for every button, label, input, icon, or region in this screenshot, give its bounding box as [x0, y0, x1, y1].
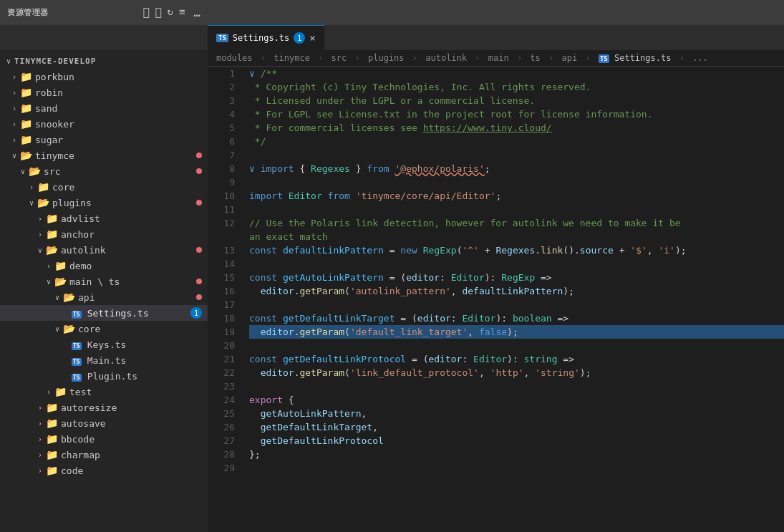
explorer-title: 资源管理器 [7, 7, 49, 18]
code-line: ∨ /** [249, 67, 784, 80]
folder-icon: 📁 [20, 118, 32, 130]
tree-keys-ts[interactable]: › TS Keys.ts [0, 337, 208, 352]
tree-main-ts[interactable]: ∨ 📂 main \ ts [0, 274, 208, 289]
tree-robin[interactable]: › 📁 robin [0, 84, 208, 100]
ts-file-icon: TS [72, 339, 82, 350]
code-line [249, 379, 784, 393]
breadcrumb: modules › tinymce › src › plugins › auto… [208, 50, 784, 67]
folder-main-icon: 📂 [54, 276, 67, 287]
modified-badge [196, 294, 202, 300]
folder-icon: 📁 [46, 433, 58, 445]
tree-core[interactable]: › 📁 core [0, 179, 208, 195]
code-line: }; [249, 448, 784, 461]
tree-autolink[interactable]: ∨ 📂 autolink [0, 242, 208, 258]
ts-file-icon: TS [72, 354, 82, 366]
folder-icon: 📁 [20, 102, 32, 114]
code-line [249, 175, 784, 189]
tree-charmap[interactable]: › 📁 charmap [0, 447, 208, 463]
tree-main-ts-file[interactable]: › TS Main.ts [0, 352, 208, 368]
sidebar-toolbar:   ↻ ≡ … [142, 6, 200, 19]
tree-advlist[interactable]: › 📁 advlist [0, 211, 208, 226]
code-line [249, 203, 784, 216]
code-line: export { [249, 393, 784, 407]
unsaved-badge: 1 [190, 307, 202, 319]
chevron-down-icon: ∨ [3, 57, 14, 65]
tree-api[interactable]: ∨ 📂 api [0, 289, 208, 305]
folder-open-icon: 📂 [20, 150, 32, 161]
tree-tinymce[interactable]: ∨ 📂 tinymce [0, 147, 208, 163]
code-line: * For LGPL see License.txt in the projec… [249, 107, 784, 121]
tab-close-icon[interactable]: × [309, 32, 315, 44]
code-content: 1 2 3 4 5 6 7 8 9 10 11 12 13 1 [208, 67, 784, 475]
ts-file-icon: TS [72, 307, 82, 319]
tree-porkbun[interactable]: › 📁 porkbun [0, 69, 208, 84]
folder-icon: 📁 [46, 417, 58, 429]
tree-code[interactable]: › 📁 code [0, 463, 208, 478]
folder-icon: 📁 [20, 134, 32, 145]
folder-icon: 📁 [37, 181, 49, 193]
code-text: ∨ /** * Copyright (c) Tiny Technologies,… [243, 67, 784, 475]
line-numbers: 1 2 3 4 5 6 7 8 9 10 11 12 13 1 [208, 67, 243, 475]
code-line: getDefaultLinkProtocol [249, 434, 784, 448]
tree-sugar[interactable]: › 📁 sugar [0, 132, 208, 147]
tree-bbcode[interactable]: › 📁 bbcode [0, 431, 208, 447]
folder-plugins-icon: 📂 [37, 197, 49, 208]
new-folder-icon[interactable]:  [155, 6, 161, 19]
tree-demo[interactable]: › 📁 demo [0, 258, 208, 274]
refresh-icon[interactable]: ↻ [167, 6, 173, 19]
main-content: ∨ TINYMCE-DEVELOP › 📁 porkbun › 📁 robin … [0, 50, 784, 532]
title-bar: 资源管理器   ↻ ≡ … [0, 0, 784, 25]
tree-root[interactable]: ∨ TINYMCE-DEVELOP [0, 53, 208, 69]
tab-label: Settings.ts [233, 33, 289, 43]
code-line [249, 339, 784, 352]
code-line: * Copyright (c) Tiny Technologies, Inc. … [249, 80, 784, 94]
code-line [249, 298, 784, 311]
tab-settings-ts[interactable]: TS Settings.ts 1 × [208, 25, 324, 50]
code-line [249, 461, 784, 475]
modified-badge [196, 247, 202, 253]
folder-api-icon: 📂 [63, 291, 75, 303]
tree-plugin-ts[interactable]: › TS Plugin.ts [0, 368, 208, 384]
tree-autosave[interactable]: › 📁 autosave [0, 415, 208, 431]
code-line: getDefaultLinkTarget, [249, 420, 784, 434]
code-line: an exact match [249, 230, 784, 243]
code-line: getAutoLinkPattern, [249, 407, 784, 420]
code-line: ∨ import { Regexes } from '@ephox/polari… [249, 162, 784, 175]
tree-snooker[interactable]: › 📁 snooker [0, 116, 208, 132]
code-line: const getDefaultLinkProtocol = (editor: … [249, 352, 784, 366]
more-icon[interactable]: … [193, 6, 200, 19]
folder-icon: 📁 [46, 449, 58, 460]
tree-sand[interactable]: › 📁 sand [0, 100, 208, 116]
folder-icon: 📁 [54, 260, 67, 271]
editor-panel: modules › tinymce › src › plugins › auto… [208, 50, 784, 532]
code-line: import Editor from 'tinymce/core/api/Edi… [249, 189, 784, 203]
tree-anchor[interactable]: › 📁 anchor [0, 226, 208, 242]
code-line: const defaultLinkPattern = new RegExp('^… [249, 243, 784, 257]
new-file-icon[interactable]:  [142, 6, 149, 19]
collapse-icon[interactable]: ≡ [179, 6, 185, 19]
tree-src[interactable]: ∨ 📂 src [0, 163, 208, 179]
code-line: * Licensed under the LGPL or a commercia… [249, 94, 784, 107]
modified-badge [196, 168, 202, 174]
folder-icon: 📁 [46, 402, 58, 413]
ts-file-icon: TS [72, 370, 82, 382]
folder-src-icon: 📂 [29, 165, 41, 177]
file-explorer: ∨ TINYMCE-DEVELOP › 📁 porkbun › 📁 robin … [0, 50, 208, 532]
tree-autoresize[interactable]: › 📁 autoresize [0, 400, 208, 415]
code-line: * For commercial licenses see https://ww… [249, 121, 784, 135]
modified-badge [196, 200, 202, 205]
code-line: editor.getParam('autolink_pattern', defa… [249, 284, 784, 298]
tree-core-inner[interactable]: ∨ 📂 core [0, 321, 208, 337]
tree-settings-ts[interactable]: › TS Settings.ts 1 [0, 305, 208, 321]
code-editor[interactable]: 1 2 3 4 5 6 7 8 9 10 11 12 13 1 [208, 67, 784, 532]
tree-plugins[interactable]: ∨ 📂 plugins [0, 195, 208, 211]
folder-icon: 📁 [46, 213, 58, 224]
sidebar-header: 资源管理器   ↻ ≡ … [0, 6, 208, 19]
tree-test[interactable]: › 📁 test [0, 384, 208, 400]
code-line: const getDefaultLinkTarget = (editor: Ed… [249, 311, 784, 325]
tab-ts-icon: TS [216, 34, 228, 42]
folder-icon: 📁 [20, 71, 32, 82]
code-line: editor.getParam('link_default_protocol',… [249, 366, 784, 379]
code-line [249, 257, 784, 271]
folder-autolink-icon: 📂 [46, 244, 58, 256]
